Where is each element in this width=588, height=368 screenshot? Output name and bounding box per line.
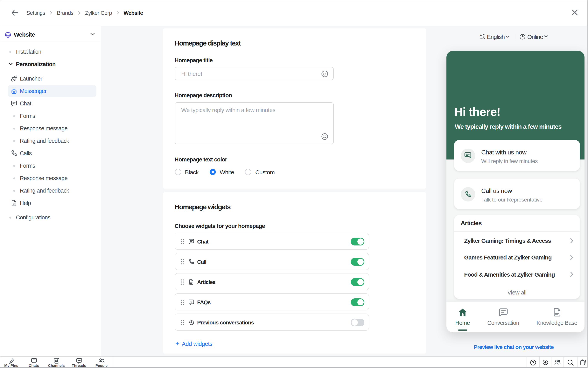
svg-text:A: A bbox=[480, 34, 482, 37]
